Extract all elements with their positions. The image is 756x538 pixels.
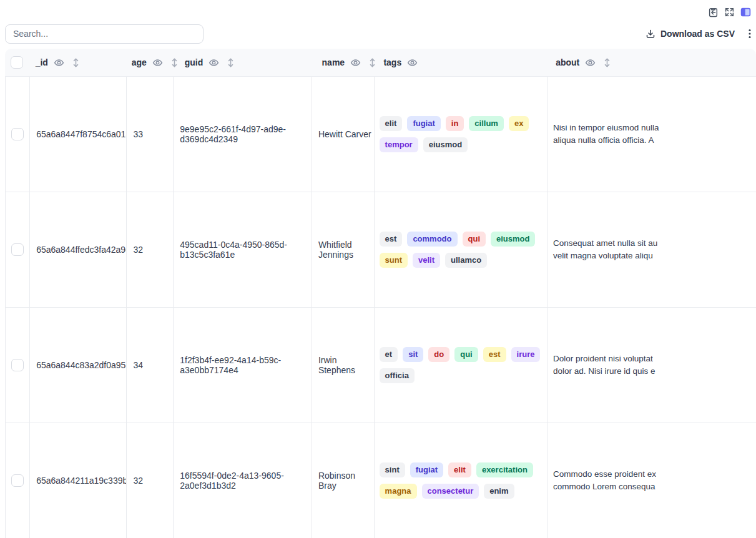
tag-chip: elit xyxy=(448,462,471,477)
column-label: guid xyxy=(185,57,204,67)
about-text-line: Dolor proident nisi voluptat xyxy=(553,353,653,365)
eye-icon[interactable] xyxy=(350,57,361,68)
tag-chip: exercitation xyxy=(476,462,533,477)
tag-chip: eiusmod xyxy=(491,232,535,247)
row-checkbox[interactable] xyxy=(11,474,24,487)
table-row: 65a6a8447f8754c6a0133f79 33 9e9e95c2-661… xyxy=(6,77,756,192)
tag-chip: qui xyxy=(463,232,486,247)
sort-icon[interactable] xyxy=(603,57,611,68)
table-row: 65a6a844211a19c339b3e3d3 32 16f5594f-0de… xyxy=(6,423,756,538)
checkbox-cell xyxy=(6,77,30,192)
cell-id: 65a6a844ffedc3fa42a9e65e xyxy=(30,192,127,307)
row-checkbox[interactable] xyxy=(11,359,24,371)
column-header-age: age xyxy=(125,57,179,68)
cell-tags: etsitdoquiestirureofficia xyxy=(375,308,548,423)
cell-tags: estcommodoquieiusmodsuntvelitullamco xyxy=(375,192,548,307)
column-label: tags xyxy=(383,57,401,67)
tag-chip: elit xyxy=(380,116,403,131)
tag-chip: cillum xyxy=(469,116,504,131)
controls-row: Download as CSV xyxy=(0,19,756,44)
checkbox-cell xyxy=(6,192,30,307)
table-row: 65a6a844c83a2df0a95a76ee 34 1f2f3b4f-ee9… xyxy=(6,308,756,423)
eye-icon[interactable] xyxy=(54,57,64,68)
download-csv-label: Download as CSV xyxy=(660,29,735,39)
cell-name: Hewitt Carver xyxy=(312,77,375,192)
sort-icon[interactable] xyxy=(227,57,235,68)
data-grid-page: Download as CSV _id xyxy=(0,0,756,538)
tag-chip: eiusmod xyxy=(423,137,468,152)
cell-id: 65a6a8447f8754c6a0133f79 xyxy=(30,77,127,192)
tag-chip: velit xyxy=(413,253,440,268)
about-text-line: Commodo esse proident ex xyxy=(553,468,656,481)
cell-name: Robinson Bray xyxy=(312,423,375,538)
checkbox-cell xyxy=(6,423,30,538)
tag-chip: fugiat xyxy=(407,116,440,131)
cell-about: Consequat amet nulla sit auvelit magna v… xyxy=(548,192,756,307)
eye-icon[interactable] xyxy=(407,57,418,68)
column-header-_id: _id xyxy=(29,57,125,68)
column-label: _id xyxy=(36,57,48,67)
eye-icon[interactable] xyxy=(152,57,163,68)
search-input[interactable] xyxy=(5,24,204,44)
data-table: _id age xyxy=(5,49,756,538)
eye-icon[interactable] xyxy=(209,57,219,68)
cell-name: Irwin Stephens xyxy=(312,308,375,423)
cell-guid: 9e9e95c2-661f-4d97-ad9e-d369dc4d2349 xyxy=(174,77,312,192)
sort-icon[interactable] xyxy=(170,57,179,68)
download-csv-button[interactable]: Download as CSV xyxy=(646,29,735,39)
tag-chip: est xyxy=(380,232,403,247)
tag-chip: ullamco xyxy=(445,253,487,268)
tag-chip: in xyxy=(446,116,464,131)
table-body: 65a6a8447f8754c6a0133f79 33 9e9e95c2-661… xyxy=(5,77,756,538)
cell-guid: 16f5594f-0de2-4a13-9605-2a0ef3d1b3d2 xyxy=(174,423,312,538)
sort-icon[interactable] xyxy=(72,57,80,68)
select-all-checkbox[interactable] xyxy=(11,56,23,69)
cell-guid: 1f2f3b4f-ee92-4a14-b59c-a3e0bb7174e4 xyxy=(174,308,312,423)
cell-age: 34 xyxy=(127,308,174,423)
column-header-about: about xyxy=(549,57,756,68)
controls-right: Download as CSV xyxy=(646,29,751,39)
tag-chip: sint xyxy=(380,462,405,477)
column-label: age xyxy=(132,57,147,67)
sort-icon[interactable] xyxy=(368,57,376,68)
row-checkbox[interactable] xyxy=(11,243,24,256)
cell-age: 32 xyxy=(127,423,174,538)
tag-chip: officia xyxy=(380,368,415,383)
tag-chip: enim xyxy=(484,484,514,499)
tag-chip: est xyxy=(483,347,506,362)
cell-about: Commodo esse proident excommodo Lorem co… xyxy=(548,423,756,538)
table-view-icon[interactable] xyxy=(740,7,751,17)
download-icon xyxy=(646,29,655,39)
about-text-line: aliqua nulla officia officia. A xyxy=(553,134,654,147)
tag-chip: consectetur xyxy=(422,484,479,499)
top-toolbar xyxy=(0,0,756,19)
cell-age: 32 xyxy=(127,192,174,307)
expand-icon[interactable] xyxy=(724,7,735,17)
tag-chip: sunt xyxy=(380,253,408,268)
row-checkbox[interactable] xyxy=(11,128,24,140)
column-header-guid: guid xyxy=(179,57,316,68)
about-text-line: velit magna voluptate aliqu xyxy=(553,250,653,262)
tag-chip: magna xyxy=(380,484,417,499)
cell-about: Dolor proident nisi voluptatdolor ad. Ni… xyxy=(548,308,756,423)
table-row: 65a6a844ffedc3fa42a9e65e 32 495cad11-0c4… xyxy=(6,192,756,308)
about-text-line: dolor ad. Nisi irure id quis e xyxy=(553,365,655,378)
table-header-row: _id age xyxy=(5,49,756,77)
tag-chip: sit xyxy=(403,347,423,362)
tag-chip: tempor xyxy=(380,137,418,152)
cell-guid: 495cad11-0c4a-4950-865d-b13c5c3fa61e xyxy=(174,192,312,307)
cell-about: Nisi in tempor eiusmod nullaaliqua nulla… xyxy=(548,77,756,192)
header-checkbox-cell xyxy=(5,56,29,69)
about-text-line: commodo Lorem consequa xyxy=(553,481,655,493)
about-text-line: Nisi in tempor eiusmod nulla xyxy=(553,122,659,134)
cell-tags: elitfugiatincillumextemporeiusmod xyxy=(375,77,548,192)
cell-age: 33 xyxy=(127,77,174,192)
cell-name: Whitfield Jennings xyxy=(312,192,375,307)
kebab-menu-icon[interactable] xyxy=(749,29,751,39)
column-header-tags: tags xyxy=(377,57,549,68)
clipboard-import-icon[interactable] xyxy=(708,7,719,17)
checkbox-cell xyxy=(6,308,30,423)
eye-icon[interactable] xyxy=(585,57,596,68)
column-header-name: name xyxy=(316,57,378,68)
tag-chip: irure xyxy=(511,347,541,362)
